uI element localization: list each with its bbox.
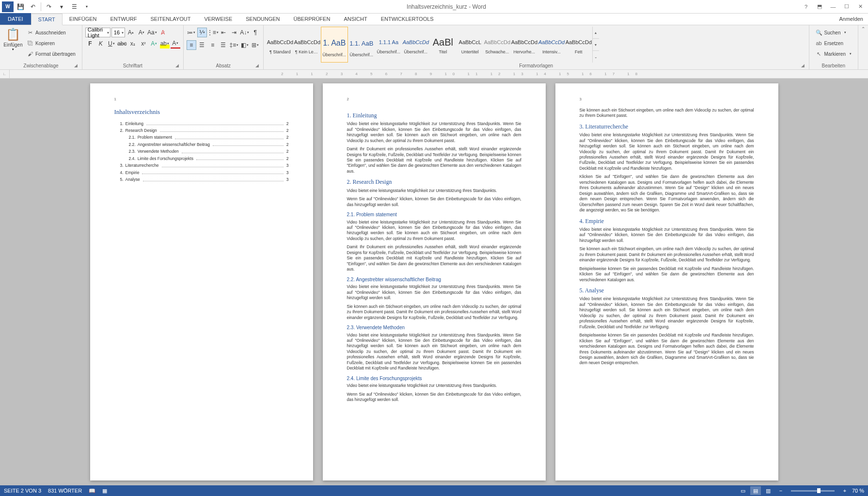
gallery-up-icon[interactable]: ▴ (593, 27, 599, 39)
word-icon[interactable]: W (2, 1, 14, 12)
group-styles: AaBbCcDd¶ StandardAaBbCcDd¶ Kein Lee...1… (264, 25, 809, 69)
grow-font-button[interactable]: A▴ (126, 28, 136, 37)
font-color-button[interactable]: A (171, 39, 180, 48)
shrink-font-button[interactable]: A▾ (137, 28, 146, 37)
font-name-combo[interactable]: Calibri Light (85, 28, 110, 37)
group-label-editing: Bearbeiten (812, 63, 855, 69)
highlight-button[interactable]: ab (160, 39, 170, 48)
tab-verweise[interactable]: VERWEISE (197, 13, 239, 25)
show-marks-button[interactable]: ¶ (251, 28, 260, 37)
copy-icon: ⿻ (27, 40, 33, 46)
group-clipboard: 📋 Einfügen ▾ ✂Ausschneiden ⿻Kopieren 🖌Fo… (0, 25, 82, 69)
clear-formatting-button[interactable]: A̷ (158, 28, 168, 37)
group-editing: 🔍Suchen▾ abErsetzen ↖Markieren▾ Bearbeit… (809, 25, 858, 69)
horizontal-ruler[interactable]: ∟ 2 1 1 2 3 4 5 6 7 8 9 10 11 12 13 14 1… (0, 70, 868, 79)
borders-button[interactable]: ⊞ (251, 40, 260, 50)
align-left-button[interactable]: ≡ (187, 40, 196, 50)
shading-button[interactable]: ◧ (240, 40, 250, 50)
bullets-button[interactable]: ≔ (187, 28, 196, 37)
font-size-combo[interactable]: 16 (111, 28, 125, 37)
text-effects-button[interactable]: A (149, 39, 159, 48)
tab-entwurf[interactable]: ENTWURF (103, 13, 143, 25)
increase-indent-button[interactable]: ⇥ (229, 28, 239, 37)
scissors-icon: ✂ (27, 30, 33, 36)
bold-button[interactable]: F (85, 39, 95, 48)
style-item[interactable]: AaBbCcDdHervorhe... (511, 27, 538, 63)
underline-button[interactable]: U (107, 39, 116, 48)
find-button[interactable]: 🔍Suchen▾ (814, 28, 848, 37)
titlebar: W 💾 ↶ ↷ ▾ ☰ ▼ Inhaltsverzeichnis_kurz - … (0, 0, 868, 14)
style-item[interactable]: 1.1. AaBÜberschrif... (348, 27, 375, 63)
close-icon[interactable]: ✕ (854, 1, 866, 12)
subscript-button[interactable]: x₂ (128, 39, 138, 48)
save-icon[interactable]: 💾 (15, 1, 26, 12)
maximize-icon[interactable]: ☐ (841, 1, 852, 12)
group-label-font: Schriftart◢ (85, 63, 180, 69)
style-item[interactable]: AaBlTitel (429, 27, 457, 63)
tab-einfügen[interactable]: EINFÜGEN (63, 13, 104, 25)
decrease-indent-button[interactable]: ⇤ (219, 28, 228, 37)
superscript-button[interactable]: x² (139, 39, 148, 48)
qat-dropdown-icon[interactable]: ▾ (56, 1, 67, 12)
collapse-ribbon-icon[interactable]: ⌃ (858, 25, 868, 32)
multilevel-button[interactable]: ⋮≡ (208, 28, 218, 37)
group-paragraph: ≔ ⅟ ⋮≡ ⇤ ⇥ A↓ ¶ ≡ ☰ ≡ ☰ ‡≡ ◧ ⊞ Absatz◢ (184, 25, 264, 69)
replace-button[interactable]: abErsetzen (814, 38, 845, 48)
align-center-button[interactable]: ☰ (197, 40, 207, 50)
ribbon: 📋 Einfügen ▾ ✂Ausschneiden ⿻Kopieren 🖌Fo… (0, 25, 868, 70)
style-item[interactable]: AaBbCcDd¶ Kein Lee... (294, 27, 321, 63)
redo-icon[interactable]: ↷ (43, 1, 55, 12)
style-item[interactable]: AaBbCcDdFett (565, 27, 592, 63)
italic-button[interactable]: K (96, 39, 106, 48)
style-item[interactable]: 1. AaBÜberschrif... (321, 27, 348, 63)
launcher-icon[interactable]: ◢ (174, 63, 180, 69)
style-item[interactable]: 1.1.1 AaÜberschrif... (375, 27, 402, 63)
ribbon-tabs: DATEI STARTEINFÜGENENTWURFSEITENLAYOUTVE… (0, 14, 868, 25)
paste-icon: 📋 (6, 28, 20, 41)
line-spacing-button[interactable]: ‡≡ (229, 40, 239, 50)
help-icon[interactable]: ? (800, 1, 812, 12)
tab-ansicht[interactable]: ANSICHT (337, 13, 374, 25)
cursor-icon: ↖ (816, 51, 822, 57)
tab-sendungen[interactable]: SENDUNGEN (239, 13, 286, 25)
format-painter-button[interactable]: 🖌Format übertragen (25, 49, 77, 59)
window-title: Inhaltsverzeichnis_kurz - Word (93, 3, 800, 10)
paste-button[interactable]: 📋 Einfügen ▾ (3, 27, 23, 51)
align-right-button[interactable]: ≡ (208, 40, 218, 50)
style-item[interactable]: AaBbCcDdÜberschrif... (402, 27, 429, 63)
brush-icon: 🖌 (27, 51, 33, 57)
cut-button[interactable]: ✂Ausschneiden (25, 28, 77, 37)
launcher-icon[interactable]: ◢ (800, 63, 806, 69)
replace-icon: ab (816, 40, 822, 46)
style-item[interactable]: AaBbCcLUntertitel (457, 27, 484, 63)
style-item[interactable]: AaBbCcDdIntensiv... (538, 27, 565, 63)
touch-mode-icon[interactable]: ☰ (68, 1, 80, 12)
launcher-icon[interactable]: ◢ (73, 63, 79, 69)
minimize-icon[interactable]: — (827, 1, 839, 12)
copy-button[interactable]: ⿻Kopieren (25, 38, 77, 48)
justify-button[interactable]: ☰ (219, 40, 228, 50)
group-label-paragraph: Absatz◢ (187, 63, 260, 69)
signin-link[interactable]: Anmelden (839, 13, 868, 25)
tab-seitenlayout[interactable]: SEITENLAYOUT (143, 13, 197, 25)
tab-start[interactable]: START (31, 14, 63, 25)
numbering-button[interactable]: ⅟ (197, 28, 207, 37)
tab-entwicklertools[interactable]: ENTWICKLERTOOLS (374, 13, 441, 25)
gallery-down-icon[interactable]: ▾ (593, 39, 599, 51)
launcher-icon[interactable]: ◢ (254, 63, 260, 69)
style-item[interactable]: AaBbCcDdSchwache... (484, 27, 511, 63)
tab-selector[interactable]: ∟ (0, 70, 10, 78)
strikethrough-button[interactable]: abc (117, 39, 127, 48)
select-button[interactable]: ↖Markieren▾ (814, 49, 853, 59)
tab-überprüfen[interactable]: ÜBERPRÜFEN (287, 13, 337, 25)
change-case-button[interactable]: Aa (147, 28, 157, 37)
ribbon-display-icon[interactable]: ⬒ (814, 1, 825, 12)
tab-file[interactable]: DATEI (0, 13, 31, 25)
group-label-styles: Formatvorlagen◢ (267, 63, 806, 69)
qat-customize-icon[interactable]: ▼ (81, 1, 93, 12)
style-item[interactable]: AaBbCcDd¶ Standard (267, 27, 294, 63)
gallery-more-icon[interactable]: ⌄ (593, 51, 599, 63)
undo-icon[interactable]: ↶ (27, 1, 39, 12)
group-label-clipboard: Zwischenablage◢ (3, 63, 79, 69)
sort-button[interactable]: A↓ (240, 28, 250, 37)
